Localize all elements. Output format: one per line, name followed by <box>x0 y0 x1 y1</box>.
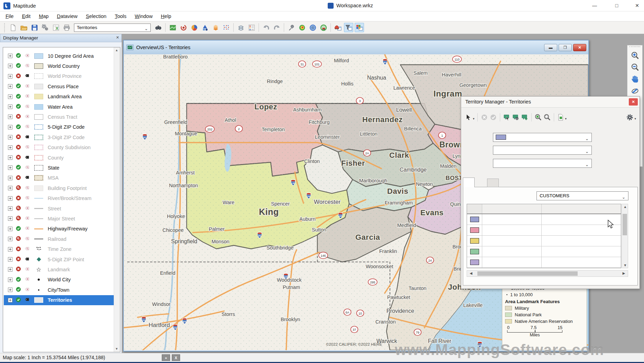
layer-row-county-subdivision[interactable]: County Subdivision <box>4 143 114 153</box>
table-row[interactable] <box>467 214 621 225</box>
column-total[interactable] <box>542 204 621 214</box>
layer-row-world-city[interactable]: World City <box>4 275 114 285</box>
map-close-button[interactable]: ✕ <box>573 44 586 51</box>
territory-table-vscrollbar[interactable]: ▲ ▼ <box>622 204 628 268</box>
layer-style-swatch[interactable] <box>34 104 44 110</box>
expand-icon[interactable] <box>8 227 12 231</box>
layer-style-swatch[interactable] <box>34 53 44 59</box>
pushpin-button[interactable] <box>287 23 296 32</box>
layer-style-swatch[interactable] <box>34 83 44 89</box>
open-workspace-button[interactable] <box>19 23 28 32</box>
scroll-left-icon[interactable]: ◀ <box>468 271 474 275</box>
map-window-titlebar[interactable]: OverviewUS - Territories ▬ ❐ ✕ <box>124 40 588 54</box>
label-tag-icon[interactable] <box>25 145 30 150</box>
layer-style-swatch[interactable] <box>34 266 44 272</box>
select-territory-tool-button[interactable] <box>502 113 511 122</box>
expand-icon[interactable] <box>8 135 12 139</box>
expand-icon[interactable] <box>8 298 12 302</box>
save-button[interactable] <box>30 23 39 32</box>
scroll-down-icon[interactable]: ▼ <box>622 263 628 267</box>
expand-icon[interactable] <box>8 165 12 170</box>
display-manager-button[interactable] <box>236 23 245 32</box>
status-expand-button[interactable]: » <box>162 354 170 361</box>
edit-combobox[interactable]: ⌄ <box>493 133 592 142</box>
legends-button[interactable] <box>247 23 256 32</box>
autoscale-icon[interactable] <box>16 216 22 221</box>
layer-style-swatch[interactable] <box>34 297 44 303</box>
column-territories[interactable] <box>482 204 542 214</box>
layer-row-water-area[interactable]: Water Area <box>4 102 114 112</box>
confirm-edits-button[interactable] <box>489 113 498 122</box>
hidden-x-icon[interactable] <box>16 114 22 120</box>
layer-row-highway-freeway[interactable]: Highway/Freeway <box>4 224 114 234</box>
layer-style-swatch[interactable] <box>34 145 44 151</box>
label-tag-icon[interactable] <box>25 185 30 191</box>
label-tag-icon[interactable] <box>25 155 30 161</box>
cancel-edits-button[interactable] <box>480 113 489 122</box>
label-tag-icon[interactable] <box>25 257 30 262</box>
layer-row-landmark[interactable]: Landmark <box>4 264 114 274</box>
label-tag-icon[interactable] <box>25 216 30 221</box>
add-territory-button[interactable] <box>520 113 529 122</box>
expand-icon[interactable] <box>8 84 12 89</box>
chevron-down-icon[interactable]: ▾ <box>565 117 567 120</box>
visible-check-icon[interactable] <box>16 94 22 100</box>
zoom-selection-button[interactable] <box>534 113 543 122</box>
dot-density-theme-button[interactable] <box>222 23 231 32</box>
layer-row-world-country[interactable]: World Country <box>4 61 114 71</box>
layer-style-swatch[interactable] <box>34 226 44 232</box>
pan-tool[interactable] <box>629 73 641 84</box>
layer-style-swatch[interactable] <box>34 63 44 69</box>
new-map-button[interactable] <box>168 23 177 32</box>
layer-style-swatch[interactable] <box>34 114 44 120</box>
label-tag-icon[interactable] <box>25 267 30 272</box>
hidden-x-icon[interactable] <box>16 266 22 272</box>
layer-style-swatch[interactable] <box>34 196 44 201</box>
table-header-row[interactable] <box>467 204 621 214</box>
layer-row-railroad[interactable]: Railroad <box>4 234 114 244</box>
layer-row-3-digit-zip-code[interactable]: 3-Digit ZIP Code <box>4 132 114 142</box>
hidden-x-icon[interactable] <box>16 155 22 161</box>
close-button[interactable]: ✕ <box>627 0 644 11</box>
select-combobox[interactable]: ⌄ <box>493 146 592 155</box>
layer-style-swatch[interactable] <box>34 287 44 293</box>
label-tag-icon[interactable] <box>25 297 30 303</box>
hidden-x-icon[interactable] <box>16 256 22 262</box>
palette-drag-handle[interactable] <box>629 46 640 49</box>
hot-spot-button[interactable] <box>297 23 307 32</box>
layer-style-swatch[interactable] <box>34 236 44 242</box>
visible-check-icon[interactable] <box>16 165 22 171</box>
layer-row-time-zone[interactable]: Time Zone <box>4 244 114 254</box>
layer-style-swatch[interactable] <box>34 277 44 283</box>
label-tag-icon[interactable] <box>25 196 30 201</box>
expand-icon[interactable] <box>8 196 12 201</box>
menu-window[interactable]: Window <box>131 11 157 21</box>
layer-style-swatch[interactable] <box>34 185 44 191</box>
new-document-button[interactable] <box>8 23 18 32</box>
label-tag-icon[interactable] <box>25 135 30 140</box>
expand-icon[interactable] <box>8 247 12 252</box>
hidden-x-icon[interactable] <box>16 175 22 181</box>
locate-button[interactable] <box>179 23 188 32</box>
layer-row-state[interactable]: State <box>4 163 114 173</box>
label-tag-icon[interactable] <box>25 277 30 282</box>
menu-map[interactable]: Map <box>35 11 53 21</box>
label-tag-icon[interactable] <box>25 124 30 130</box>
drive-time-rings-button[interactable] <box>308 23 317 32</box>
layer-style-swatch[interactable] <box>34 94 44 100</box>
layer-style-swatch[interactable] <box>34 216 44 221</box>
layer-row-territories[interactable]: Territories <box>4 295 114 305</box>
hidden-x-icon[interactable] <box>16 246 22 252</box>
table-row[interactable] <box>467 225 621 236</box>
hidden-x-icon[interactable] <box>16 73 22 79</box>
zoom-out-tool[interactable] <box>629 62 641 73</box>
layer-tree-scrollbar[interactable] <box>114 47 120 352</box>
chart-theme-button[interactable] <box>200 23 209 32</box>
color-theme-button[interactable] <box>189 23 199 32</box>
menu-edit[interactable]: Edit <box>18 11 35 21</box>
redo-button[interactable] <box>272 23 281 32</box>
expand-icon[interactable] <box>8 278 12 282</box>
minimize-button[interactable]: — <box>585 0 604 11</box>
layer-row-street[interactable]: Street <box>4 203 114 214</box>
tm-settings-button[interactable] <box>625 113 634 122</box>
